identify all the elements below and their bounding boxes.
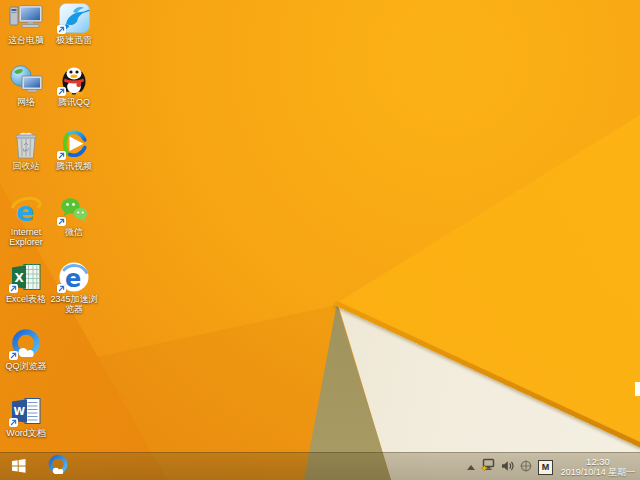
icon-label: 2345加速浏览器 xyxy=(48,294,100,314)
icon-label: 网络 xyxy=(0,97,52,107)
speaker-icon xyxy=(501,458,514,476)
icon-label: 这台电脑 xyxy=(0,35,52,45)
desktop-icon-recycle-bin[interactable]: 回收站 xyxy=(2,128,50,171)
desktop-icon-this-pc[interactable]: 这台电脑 xyxy=(2,2,50,45)
taskbar: M 12:30 2019/10/14 星期一 xyxy=(0,452,640,480)
network-globe-icon xyxy=(9,64,43,96)
desktop-icon-excel[interactable]: X Excel表格 xyxy=(2,261,50,304)
tray-utility[interactable] xyxy=(520,458,532,476)
shortcut-arrow-icon xyxy=(9,351,18,360)
crosshair-circle-icon xyxy=(520,458,532,476)
desktop-icon-tencent-video[interactable]: 腾讯视频 xyxy=(50,128,98,171)
qq-penguin-icon xyxy=(57,64,91,96)
excel-icon: X xyxy=(9,261,43,293)
recycle-bin-icon xyxy=(9,128,43,160)
taskbar-pinned-qq-browser[interactable] xyxy=(41,454,75,480)
svg-text:W: W xyxy=(14,405,26,417)
clock-date: 2019/10/14 星期一 xyxy=(559,467,637,478)
shortcut-arrow-icon xyxy=(57,284,66,293)
icon-label: 腾讯视频 xyxy=(48,161,100,171)
system-tray: M 12:30 2019/10/14 星期一 xyxy=(467,453,637,480)
ime-mode-icon: M xyxy=(538,460,553,475)
icon-label: 腾讯QQ xyxy=(48,97,100,107)
tray-network-status[interactable] xyxy=(481,458,495,476)
svg-text:X: X xyxy=(15,271,25,285)
network-warning-icon xyxy=(481,458,495,476)
shortcut-arrow-icon xyxy=(57,217,66,226)
desktop-icon-internet-explorer[interactable]: e Internet Explorer xyxy=(2,194,50,247)
icon-label: 微信 xyxy=(48,227,100,237)
wechat-bubbles-icon xyxy=(57,194,91,226)
show-hidden-icons-button[interactable] xyxy=(467,465,475,470)
desktop-icon-wechat[interactable]: 微信 xyxy=(50,194,98,237)
start-button[interactable] xyxy=(3,453,33,480)
desktop-icon-network[interactable]: 网络 xyxy=(2,64,50,107)
screen-edge-artifact xyxy=(635,382,640,396)
icon-label: Word文档 xyxy=(0,428,52,438)
icon-label: 极速迅雷 xyxy=(48,35,100,45)
taskbar-clock[interactable]: 12:30 2019/10/14 星期一 xyxy=(559,456,637,478)
icon-label: 回收站 xyxy=(0,161,52,171)
icon-label: Internet Explorer xyxy=(0,227,52,247)
word-icon: W xyxy=(9,395,43,427)
desktop-icon-word[interactable]: W Word文档 xyxy=(2,395,50,438)
chevron-up-icon xyxy=(467,465,475,470)
shortcut-arrow-icon xyxy=(9,418,18,427)
icon-label: Excel表格 xyxy=(0,294,52,304)
clock-time: 12:30 xyxy=(559,456,637,467)
desktop-icon-qq-browser[interactable]: QQ浏览器 xyxy=(2,328,50,371)
tray-volume[interactable] xyxy=(501,458,514,476)
qq-browser-icon xyxy=(9,328,43,360)
qq-browser-icon xyxy=(47,454,69,480)
shortcut-arrow-icon xyxy=(57,25,66,34)
computer-icon xyxy=(9,2,43,34)
tencent-video-play-icon xyxy=(57,128,91,160)
internet-explorer-icon: e xyxy=(9,194,43,226)
shortcut-arrow-icon xyxy=(9,284,18,293)
shortcut-arrow-icon xyxy=(57,87,66,96)
desktop-icon-thunder-speed[interactable]: 极速迅雷 xyxy=(50,2,98,45)
2345-browser-icon: e xyxy=(57,261,91,293)
shortcut-arrow-icon xyxy=(57,151,66,160)
thunder-bird-icon xyxy=(57,2,91,34)
windows-logo-icon xyxy=(10,458,27,477)
desktop-icon-2345-browser[interactable]: e 2345加速浏览器 xyxy=(50,261,98,314)
windows-desktop: 这台电脑 极速迅雷 xyxy=(0,0,640,480)
desktop-icon-tencent-qq[interactable]: 腾讯QQ xyxy=(50,64,98,107)
icon-label: QQ浏览器 xyxy=(0,361,52,371)
tray-ime-indicator[interactable]: M xyxy=(538,460,553,475)
